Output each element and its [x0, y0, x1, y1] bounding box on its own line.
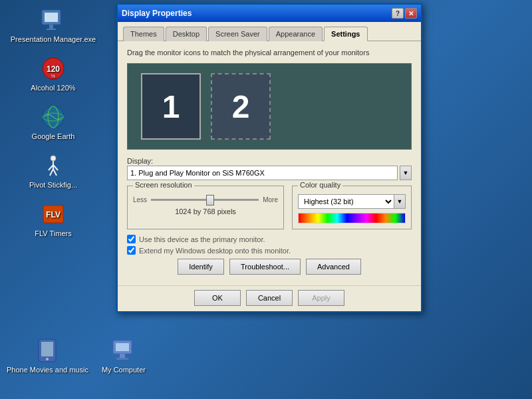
color-quality-group: Color quality Highest (32 bit) ▼: [292, 186, 412, 229]
desktop-icon-phone[interactable]: Phone Movies and music: [7, 337, 88, 374]
display-properties-dialog: Display Properties ? ✕ Themes Desktop Sc…: [116, 3, 422, 313]
monitor-2-number: 2: [232, 88, 250, 125]
my-computer-label: My Computer: [102, 366, 146, 374]
color-dropdown-arrow[interactable]: ▼: [394, 194, 406, 209]
svg-text:120: 120: [47, 65, 60, 74]
slider-track: [151, 199, 259, 201]
resolution-slider-row: Less More: [133, 194, 278, 205]
desktop-icon-google-earth[interactable]: Google Earth: [3, 104, 103, 140]
alcohol-icon: 120 %: [40, 55, 66, 82]
less-label: Less: [133, 196, 147, 203]
tab-themes[interactable]: Themes: [123, 27, 164, 41]
close-button[interactable]: ✕: [405, 8, 417, 19]
my-computer-icon: [110, 337, 137, 364]
checkbox-extend-desktop: Extend my Windows desktop onto this moni…: [127, 246, 412, 255]
svg-text:FLV: FLV: [46, 210, 61, 219]
monitor-1[interactable]: 1: [141, 73, 201, 140]
desktop-icon-flv[interactable]: FLV FLV Timers: [3, 201, 103, 237]
ok-cancel-row: OK Cancel Apply: [118, 285, 421, 311]
monitor-preview: 1 2: [127, 63, 412, 150]
identify-button[interactable]: Identify: [178, 259, 224, 275]
extend-desktop-label: Extend my Windows desktop onto this moni…: [139, 247, 291, 255]
troubleshoot-button[interactable]: Troubleshoot...: [229, 259, 301, 275]
svg-point-20: [46, 358, 49, 360]
instruction-text: Drag the monitor icons to match the phys…: [127, 48, 412, 58]
svg-rect-3: [47, 29, 56, 30]
tab-settings[interactable]: Settings: [324, 27, 367, 41]
dialog-content: Drag the monitor icons to match the phys…: [118, 41, 421, 285]
settings-row: Screen resolution Less More 1024 by 768 …: [127, 186, 412, 229]
pivot-icon: [40, 152, 66, 179]
svg-line-14: [50, 169, 53, 176]
presentation-icon: [40, 7, 66, 33]
primary-monitor-checkbox[interactable]: [127, 235, 136, 243]
resolution-slider-container: [151, 194, 259, 205]
resolution-group-label: Screen resolution: [133, 181, 194, 189]
svg-rect-22: [116, 343, 129, 351]
extend-desktop-checkbox[interactable]: [127, 246, 136, 255]
desktop-icon-presentation[interactable]: Presentation Manager.exe: [3, 7, 103, 43]
title-bar: Display Properties ? ✕: [118, 5, 421, 22]
tab-screensaver[interactable]: Screen Saver: [208, 27, 267, 41]
color-dropdown-row: Highest (32 bit) ▼: [298, 194, 406, 209]
alcohol-label: Alcohol 120%: [31, 84, 75, 92]
google-earth-icon: [40, 104, 66, 130]
more-label: More: [263, 196, 278, 203]
tab-appearance[interactable]: Appearance: [269, 27, 323, 41]
display-dropdown[interactable]: 1. Plug and Play Monitor on SiS M760GX: [127, 166, 398, 180]
primary-monitor-label: Use this device as the primary monitor.: [139, 235, 265, 243]
cancel-button[interactable]: Cancel: [246, 290, 293, 306]
screen-resolution-group: Screen resolution Less More 1024 by 768 …: [127, 186, 284, 229]
svg-line-15: [53, 169, 57, 176]
presentation-label: Presentation Manager.exe: [11, 35, 96, 43]
flv-icon: FLV: [40, 201, 66, 227]
slider-thumb[interactable]: [206, 195, 214, 205]
title-bar-buttons: ? ✕: [392, 8, 417, 19]
color-spectrum: [298, 213, 406, 223]
desktop: Presentation Manager.exe 120 % Alcohol 1…: [0, 0, 532, 399]
bottom-icons: Phone Movies and music My Computer: [7, 337, 146, 386]
help-button[interactable]: ?: [392, 8, 404, 19]
svg-rect-1: [45, 13, 58, 22]
flv-label: FLV Timers: [35, 229, 71, 237]
desktop-icon-pivot[interactable]: Pivot Stickfig...: [3, 152, 103, 189]
dialog-title: Display Properties: [122, 9, 192, 18]
phone-label: Phone Movies and music: [7, 366, 88, 374]
apply-button[interactable]: Apply: [298, 290, 344, 306]
display-dropdown-row: 1. Plug and Play Monitor on SiS M760GX ▼: [127, 166, 412, 180]
svg-rect-24: [116, 358, 128, 360]
ok-button[interactable]: OK: [194, 290, 241, 306]
color-quality-dropdown[interactable]: Highest (32 bit): [298, 194, 394, 209]
phone-movies-icon: [34, 337, 61, 364]
color-quality-label: Color quality: [298, 181, 342, 189]
display-section-label: Display:: [127, 157, 153, 165]
desktop-icon-alcohol[interactable]: 120 % Alcohol 120%: [3, 55, 103, 92]
monitor-2[interactable]: 2: [211, 73, 271, 140]
svg-point-10: [51, 156, 56, 161]
svg-rect-19: [41, 342, 53, 356]
desktop-icon-my-computer[interactable]: My Computer: [102, 337, 146, 374]
resolution-value: 1024 by 768 pixels: [133, 207, 278, 215]
checkbox-primary-monitor: Use this device as the primary monitor.: [127, 235, 412, 243]
display-label: Display:: [127, 156, 412, 166]
monitor-1-number: 1: [162, 88, 180, 125]
svg-text:%: %: [51, 74, 55, 78]
tab-bar: Themes Desktop Screen Saver Appearance S…: [118, 22, 421, 41]
advanced-button[interactable]: Advanced: [306, 259, 361, 275]
google-earth-label: Google Earth: [32, 132, 75, 140]
action-buttons: Identify Troubleshoot... Advanced: [127, 259, 412, 275]
tab-desktop[interactable]: Desktop: [166, 27, 207, 41]
svg-rect-23: [120, 354, 125, 358]
pivot-label: Pivot Stickfig...: [29, 181, 77, 189]
display-dropdown-arrow[interactable]: ▼: [400, 166, 412, 180]
svg-rect-2: [49, 25, 53, 29]
